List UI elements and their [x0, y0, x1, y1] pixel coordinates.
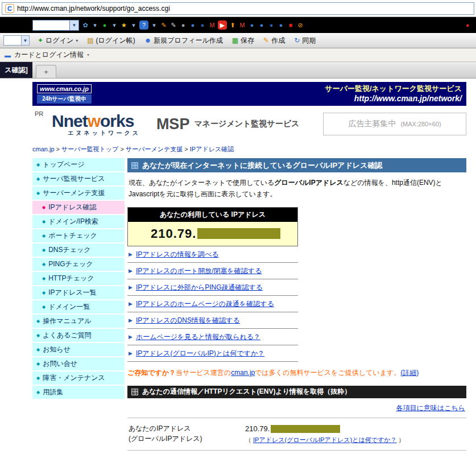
- sidebar-item-13[interactable]: ◆よくあるご質問: [32, 329, 125, 342]
- breadcrumb-link[interactable]: IPアドレス確認: [190, 146, 234, 152]
- bullet-icon: ◆: [42, 290, 45, 295]
- ip-address-box: あなたの利用している IPアドレス 210.79.: [127, 207, 298, 246]
- msp-wordmark: MSP: [156, 115, 190, 133]
- sidebar-item-6[interactable]: ◆ポートチェック: [32, 229, 125, 242]
- bullet-icon: ◆: [42, 233, 45, 238]
- sidebar-item-17[interactable]: ◆用語集: [32, 386, 125, 399]
- gray-orb-icon[interactable]: ●: [179, 20, 187, 30]
- breadcrumb-link[interactable]: サーバーメンテ支援: [126, 146, 183, 152]
- stop-orb-icon[interactable]: ●: [463, 20, 471, 30]
- chevron-down-icon[interactable]: ▾: [87, 52, 89, 57]
- sidebar-item-15[interactable]: ◆お問い合せ: [32, 357, 125, 370]
- youtube-icon[interactable]: ▶: [218, 20, 227, 30]
- arrow-right-icon: ▶: [129, 317, 133, 323]
- sidebar-item-12[interactable]: ◆操作マニュアル: [32, 315, 125, 328]
- cmanjp-link[interactable]: cman.jp: [231, 369, 255, 377]
- item-meaning-link[interactable]: 各項目に意味はこちら: [396, 404, 465, 412]
- sidebar-item-10[interactable]: ◆IPアドレス一覧: [32, 286, 125, 299]
- site-banner: www.cman.co.jp 24hサーバ監視中 サーバー監視/ネットワーク監視…: [32, 82, 466, 106]
- breadcrumb-link[interactable]: cman.jp: [32, 146, 55, 152]
- env-table: あなたのIPアドレス (グローバルIPアドレス) 210.79. （ IPアドレ…: [127, 418, 466, 454]
- sidebar-item-14[interactable]: ◆お知らせ: [32, 343, 125, 356]
- ip-link[interactable]: IPアドレスの情報を調べる: [136, 250, 219, 259]
- blue-orb-icon[interactable]: ●: [267, 20, 275, 30]
- breadcrumb-link[interactable]: サーバー監視トップ: [61, 146, 118, 152]
- ad-placeholder[interactable]: 広告主募集中 (MAX:280×60): [323, 113, 466, 135]
- gmail-icon[interactable]: M: [208, 20, 216, 30]
- sidebar-item-1[interactable]: ◆トップページ: [32, 158, 125, 171]
- dropdown-arrow-icon[interactable]: ▾: [91, 20, 99, 30]
- send-up-icon[interactable]: ⬆: [229, 20, 237, 30]
- ip-value-prefix: 210.79.: [245, 424, 270, 433]
- ip-link[interactable]: ホームページを見ると情報が取られる？: [136, 332, 260, 342]
- ip-link-row[interactable]: ▶ホームページを見ると情報が取られる？: [127, 329, 298, 345]
- roboform-dropdown[interactable]: ▼: [3, 35, 30, 46]
- ip-link-row[interactable]: ▶IPアドレスの情報を調べる: [127, 246, 298, 263]
- cards-bar-label[interactable]: カードとログイン情報: [14, 50, 84, 60]
- globe-icon[interactable]: ●: [248, 20, 256, 30]
- ip-link-row[interactable]: ▶IPアドレス(グローバルIP)とは何ですか？: [127, 345, 298, 362]
- sidebar-item-7[interactable]: ◆DNSチェック: [32, 243, 125, 257]
- browser-chrome: C http://www.cman.jp/network/support/go_…: [0, 0, 476, 79]
- sync-button[interactable]: ↻同期: [294, 36, 316, 46]
- new-tab-button[interactable]: +: [36, 65, 56, 78]
- bullet-icon: ◆: [42, 219, 45, 224]
- ip-link-row[interactable]: ▶IPアドレスのDNS情報を確認する: [127, 312, 298, 329]
- dropdown-arrow-icon[interactable]: ▼: [69, 20, 78, 30]
- google-pinwheel-icon[interactable]: ✿: [81, 20, 89, 30]
- ip-what-is-link[interactable]: IPアドレス(グローバルIPアドレス)とは何ですか？: [253, 436, 397, 443]
- block-icon[interactable]: ⊘: [296, 20, 304, 30]
- autofill-pencil-icon[interactable]: ✎: [169, 20, 177, 30]
- promo-notice: ご存知ですか？当サービス運営のcman.jpでは多くの無料サービスをご提供してい…: [127, 368, 466, 378]
- blue-orb-icon[interactable]: ●: [189, 20, 197, 30]
- sidebar-item-11[interactable]: ◆ドメイン一覧: [32, 300, 125, 313]
- gmail-icon[interactable]: M: [238, 20, 246, 30]
- advertiser-logo[interactable]: Nnetworks エヌネットワークス: [52, 112, 140, 136]
- login-button[interactable]: ✦ログイン▾: [38, 36, 78, 46]
- ip-link[interactable]: IPアドレスのDNS情報を確認する: [136, 316, 240, 325]
- sidebar-item-8[interactable]: ◆PINGチェック: [32, 258, 125, 271]
- new-profile-button[interactable]: ☻新規プロフィール作成: [144, 36, 223, 46]
- sidebar-item-5[interactable]: ◆ドメイン/IP検索: [32, 215, 125, 228]
- green-tool-icon[interactable]: ●: [101, 20, 109, 30]
- save-button[interactable]: ▦保存: [232, 36, 254, 46]
- red-badge-icon[interactable]: ■: [287, 20, 295, 30]
- ip-link-row[interactable]: ▶IPアドレスのポート開放/閉塞を確認する: [127, 263, 298, 279]
- dropdown-arrow-icon[interactable]: ▾: [110, 20, 118, 30]
- url-field[interactable]: C http://www.cman.jp/network/support/go_…: [2, 2, 474, 15]
- ip-link[interactable]: IPアドレスのポート開放/閉塞を確認する: [136, 266, 262, 276]
- dropdown-arrow-icon[interactable]: ▾: [76, 38, 78, 43]
- bullet-icon: ◆: [36, 333, 40, 338]
- create-button[interactable]: ✎作成: [263, 36, 285, 46]
- sidebar-item-3[interactable]: ◆サーバーメンテ支援: [32, 187, 125, 200]
- sidebar-item-4[interactable]: ◆IPアドレス確認: [32, 201, 125, 214]
- blue-orb-icon[interactable]: ●: [198, 20, 206, 30]
- sidebar-item-9[interactable]: ◆HTTPチェック: [32, 272, 125, 285]
- blue-orb-icon[interactable]: ●: [277, 20, 285, 30]
- sidebar-item-16[interactable]: ◆障害・メンテナンス: [32, 372, 125, 385]
- breadcrumb-separator: >: [183, 146, 190, 152]
- detail-link[interactable]: (詳細): [400, 369, 419, 377]
- login-book-button[interactable]: ▤(ログイン帳): [87, 36, 135, 46]
- tab-active[interactable]: ス確認]: [0, 62, 32, 78]
- ip-link[interactable]: IPアドレス(グローバルIP)とは何ですか？: [136, 349, 264, 358]
- ip-link[interactable]: IPアドレスに外部からPING疎通確認する: [136, 283, 263, 292]
- site-favicon-icon: C: [5, 4, 14, 13]
- info-badge-icon[interactable]: ?: [139, 20, 148, 30]
- dropdown-arrow-icon[interactable]: ▼: [21, 36, 29, 45]
- sidebar-item-2[interactable]: ◆サーバ監視サービス: [32, 172, 125, 185]
- ip-link-row[interactable]: ▶IPアドレスに外部からPING疎通確認する: [127, 279, 298, 296]
- banner-url-line[interactable]: http://www.cman.jp/network/: [325, 93, 462, 104]
- arrow-right-icon: ▶: [129, 334, 133, 340]
- dropdown-arrow-icon[interactable]: ▾: [130, 20, 138, 30]
- dropdown-arrow-icon[interactable]: ▾: [150, 20, 158, 30]
- ip-box-value: 210.79.: [128, 222, 297, 246]
- toolbar-search-box[interactable]: ▼: [32, 20, 79, 31]
- env-row-label: あなたのIPアドレス (グローバルIPアドレス): [129, 423, 245, 445]
- blue-orb-icon[interactable]: ●: [258, 20, 266, 30]
- site-logo[interactable]: www.cman.co.jp 24hサーバ監視中: [37, 84, 92, 104]
- bookmark-star-icon[interactable]: ★: [120, 20, 128, 30]
- ip-link[interactable]: IPアドレスのホームページの疎通を確認する: [136, 299, 274, 309]
- ip-link-row[interactable]: ▶IPアドレスのホームページの疎通を確認する: [127, 296, 298, 312]
- highlighter-icon[interactable]: ✎: [160, 20, 168, 30]
